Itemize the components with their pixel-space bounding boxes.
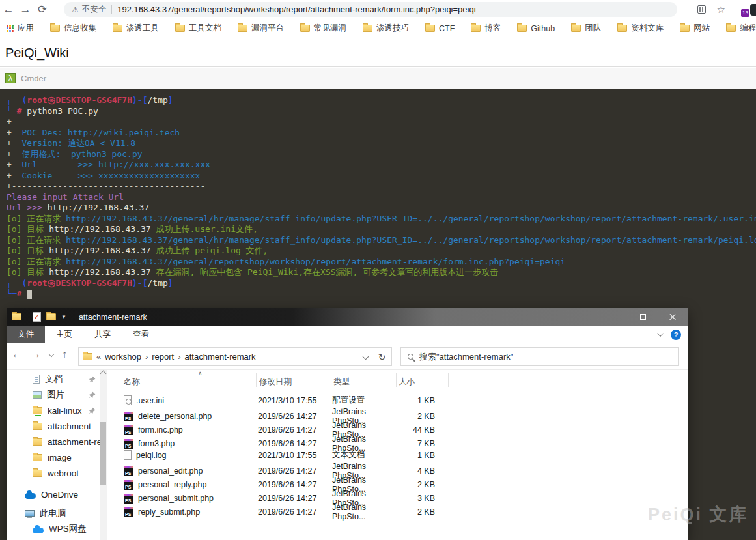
forward-icon[interactable]: → — [17, 4, 34, 15]
ribbon-tab-共享[interactable]: 共享 — [83, 326, 122, 343]
sidebar-scrollbar[interactable] — [100, 370, 107, 540]
close-button[interactable] — [658, 308, 688, 326]
phpstorm-file-icon: PS — [124, 412, 133, 421]
extension-badge: 13 — [741, 9, 749, 17]
address-bar[interactable]: ⚠ 不安全 192.168.43.37/general/reportshop/w… — [64, 2, 677, 17]
sidebar-item-attachment[interactable]: attachment — [7, 418, 100, 434]
file-row[interactable]: PSreply_submit.php2019/6/26 14:27JetBrai… — [116, 503, 688, 517]
phpstorm-file-icon: PS — [124, 425, 133, 435]
help-icon[interactable]: ? — [671, 330, 681, 340]
sidebar-item-kali-linux[interactable]: kali-linux — [7, 403, 100, 418]
terminal-text: └─ — [7, 106, 17, 116]
bookmark-folder[interactable]: 信息收集 — [50, 23, 96, 34]
explorer-titlebar[interactable]: ▼ attachment-remark — [7, 308, 688, 326]
maximize-button[interactable] — [628, 308, 658, 326]
bookmark-folder[interactable]: 漏洞平台 — [238, 23, 284, 34]
cmder-tab-label[interactable]: Cmder — [21, 74, 46, 83]
terminal-line: +-------------------------------------- — [7, 117, 756, 128]
explorer-back-icon[interactable]: ← — [12, 348, 22, 360]
bookmark-folder[interactable]: 团队 — [571, 23, 601, 34]
column-header-修改日期[interactable]: 修改日期 — [258, 377, 332, 388]
sidebar-item-此电脑[interactable]: 此电脑 — [7, 505, 100, 521]
file-row[interactable]: PSpersonal_reply.php2019/6/26 14:27JetBr… — [116, 476, 688, 489]
file-row[interactable]: .user.ini2021/3/10 17:55配置设置1 KB — [116, 393, 688, 407]
column-separator[interactable] — [331, 373, 331, 387]
bookmark-folder[interactable]: 渗透技巧 — [363, 23, 409, 34]
bookmark-apps[interactable]: 应用 — [7, 23, 34, 34]
breadcrumb-item[interactable]: workshop — [105, 352, 141, 362]
phpstorm-file-icon: PS — [124, 466, 133, 476]
breadcrumb-item[interactable]: attachment-remark — [185, 352, 256, 362]
scrollbar-up-icon[interactable] — [100, 371, 107, 377]
explorer-nav-buttons: ← → ↑ — [12, 348, 67, 360]
file-row[interactable]: peiqi.log2021/3/10 17:55文本文档1 KB — [116, 448, 688, 462]
profile-avatar[interactable] — [750, 4, 756, 16]
column-header-类型[interactable]: 类型 — [332, 377, 397, 388]
explorer-refresh-button[interactable]: ↻ — [372, 347, 392, 366]
apps-grid-dot — [7, 27, 8, 29]
back-icon[interactable]: ← — [0, 4, 17, 15]
column-header-名称[interactable]: 名称 — [116, 377, 258, 388]
ribbon-tab-查看[interactable]: 查看 — [122, 326, 160, 343]
collapse-ribbon-chevron-icon[interactable] — [657, 330, 664, 337]
explorer-breadcrumb[interactable]: «workshop›report›attachment-remark — [78, 347, 372, 366]
file-row[interactable]: PSpersonal_edit.php2019/6/26 14:27JetBra… — [116, 462, 688, 476]
bookmark-label: 博客 — [484, 23, 501, 34]
file-row[interactable]: PSpersonal_submit.php2019/6/26 14:27JetB… — [116, 489, 688, 503]
reading-list-icon[interactable] — [697, 5, 706, 14]
terminal-cursor — [27, 290, 32, 299]
new-folder-icon[interactable] — [46, 313, 56, 320]
column-header-大小[interactable]: 大小 — [397, 377, 446, 388]
terminal-line: + Version: 通达OA < V11.8 — [7, 138, 756, 149]
sidebar-item-label: kali-linux — [48, 406, 82, 416]
bookmark-label: 工具文档 — [189, 23, 221, 34]
minimize-button[interactable] — [598, 308, 628, 326]
recent-locations-chevron-icon[interactable] — [49, 352, 54, 357]
sidebar-item-OneDrive[interactable]: OneDrive — [7, 487, 100, 502]
refresh-icon[interactable]: ⟳ — [34, 4, 51, 15]
qat-customize-chevron-icon[interactable]: ▼ — [61, 314, 66, 320]
sidebar-item-图片[interactable]: 图片 — [7, 387, 100, 403]
ribbon-tab-文件[interactable]: 文件 — [7, 326, 45, 343]
explorer-search-box[interactable]: 搜索"attachment-remark" — [400, 347, 679, 366]
terminal-text: http://192.168.43.37 — [49, 246, 151, 255]
explorer-forward-icon[interactable]: → — [31, 348, 41, 360]
file-date: 2019/6/26 14:27 — [258, 494, 332, 503]
file-row[interactable]: PSform3.php2019/6/26 14:27JetBrains PhpS… — [116, 434, 688, 448]
ribbon-right: ? — [657, 326, 681, 343]
bookmark-folder[interactable]: 渗透工具 — [113, 23, 159, 34]
column-separator[interactable] — [256, 373, 257, 387]
extension-icon[interactable]: 13 — [736, 4, 747, 15]
scrollbar-thumb[interactable] — [100, 422, 106, 485]
bookmark-folder[interactable]: 编程 — [726, 23, 756, 34]
bookmark-folder[interactable]: Github — [517, 24, 555, 33]
bookmark-folder[interactable]: 常见漏洞 — [300, 23, 346, 34]
sidebar-item-WPS网盘[interactable]: WPS网盘 — [7, 521, 100, 537]
file-row[interactable]: PSdelete_personal.php2019/6/26 14:27JetB… — [116, 407, 688, 421]
terminal-line: [o] 目标 http://192.168.43.37 成功上传 peiqi.l… — [7, 246, 756, 257]
bookmark-folder[interactable]: 工具文档 — [175, 23, 221, 34]
file-type: JetBrains PhpSto... — [332, 503, 397, 521]
breadcrumb-item[interactable]: report — [152, 352, 174, 362]
properties-check-icon[interactable] — [33, 312, 41, 322]
breadcrumb-chevron-icon: › — [145, 352, 148, 362]
sidebar-item-webroot[interactable]: webroot — [7, 465, 100, 481]
bookmark-star-icon[interactable]: ☆ — [717, 4, 725, 16]
bookmark-folder[interactable]: 资料文库 — [617, 23, 664, 34]
bookmark-folder[interactable]: 博客 — [471, 23, 501, 34]
bookmark-folder[interactable]: CTF — [425, 24, 455, 33]
address-dropdown-chevron-icon[interactable] — [363, 354, 369, 360]
sidebar-item-image[interactable]: image — [7, 449, 100, 465]
lambda-icon: λ — [5, 73, 16, 83]
column-separator[interactable] — [396, 373, 397, 387]
file-row[interactable]: PSform.inc.php2019/6/26 14:27JetBrains P… — [116, 421, 688, 434]
column-separator[interactable] — [448, 373, 449, 387]
bookmark-folder-icon — [50, 25, 60, 32]
ribbon-tab-主页[interactable]: 主页 — [45, 326, 83, 343]
terminal-text: Url >>> http://xxx.xxx.xxx.xxx — [12, 160, 210, 169]
bookmark-folder[interactable]: 网站 — [680, 23, 710, 34]
sidebar-item-文档[interactable]: 文档 — [7, 371, 100, 387]
security-label: 不安全 — [82, 4, 107, 15]
sidebar-item-attachment-remark[interactable]: attachment-remark — [7, 434, 100, 449]
up-icon[interactable]: ↑ — [62, 348, 67, 360]
